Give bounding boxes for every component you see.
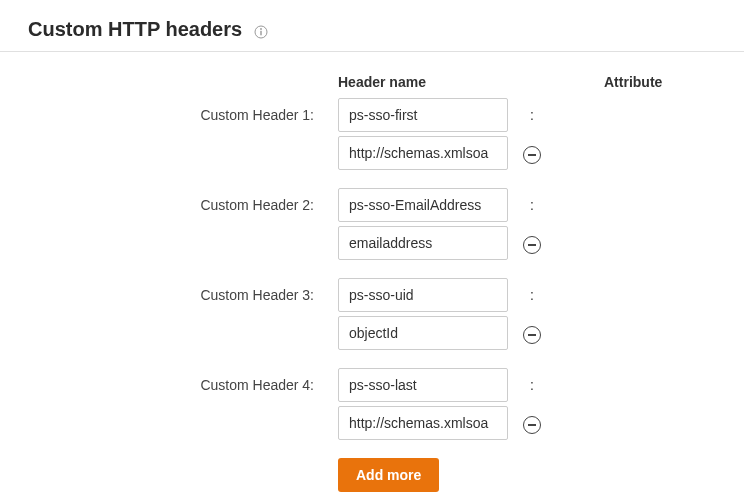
row-label: Custom Header 4: bbox=[0, 377, 330, 393]
section-divider bbox=[0, 51, 744, 52]
column-header-attribute: Attribute bbox=[556, 74, 744, 98]
colon-separator: : bbox=[516, 107, 548, 123]
header-attr-input[interactable] bbox=[338, 226, 508, 260]
header-name-input[interactable] bbox=[338, 278, 508, 312]
column-header-name: Header name bbox=[338, 74, 508, 98]
remove-icon[interactable] bbox=[523, 146, 541, 164]
section-title: Custom HTTP headers bbox=[0, 0, 744, 51]
svg-point-1 bbox=[260, 28, 262, 30]
remove-icon[interactable] bbox=[523, 326, 541, 344]
header-attr-input[interactable] bbox=[338, 406, 508, 440]
header-attr-input[interactable] bbox=[338, 316, 508, 350]
svg-rect-2 bbox=[260, 30, 261, 35]
colon-separator: : bbox=[516, 287, 548, 303]
remove-icon[interactable] bbox=[523, 236, 541, 254]
colon-separator: : bbox=[516, 197, 548, 213]
section-title-text: Custom HTTP headers bbox=[28, 18, 242, 41]
row-label: Custom Header 1: bbox=[0, 107, 330, 123]
row-label: Custom Header 3: bbox=[0, 287, 330, 303]
remove-icon[interactable] bbox=[523, 416, 541, 434]
info-icon[interactable] bbox=[254, 25, 268, 39]
header-attr-input[interactable] bbox=[338, 136, 508, 170]
add-more-button[interactable]: Add more bbox=[338, 458, 439, 492]
colon-separator: : bbox=[516, 377, 548, 393]
header-name-input[interactable] bbox=[338, 188, 508, 222]
header-name-input[interactable] bbox=[338, 368, 508, 402]
header-name-input[interactable] bbox=[338, 98, 508, 132]
row-label: Custom Header 2: bbox=[0, 197, 330, 213]
